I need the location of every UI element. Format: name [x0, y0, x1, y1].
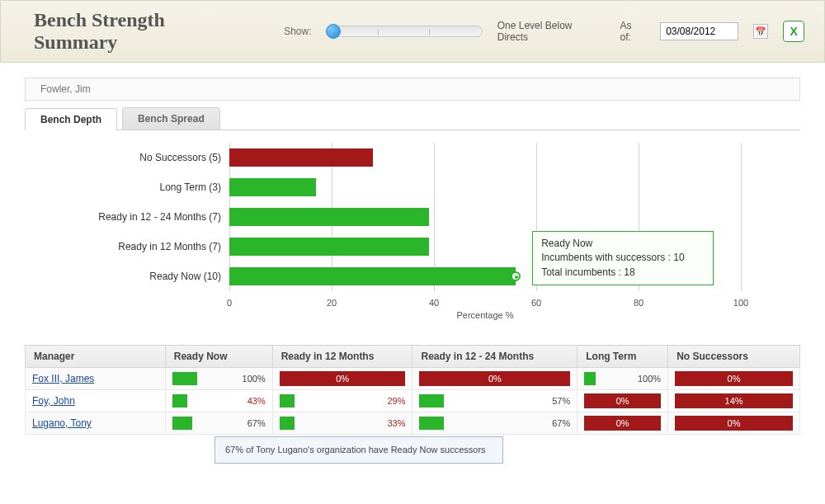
percent-label: 100% [633, 374, 661, 384]
mini-bar [280, 417, 295, 430]
manager-link[interactable]: Lugano, Tony [32, 417, 92, 429]
chart-category-label: Ready Now (10) [25, 271, 229, 282]
mini-bar [419, 417, 444, 430]
chart-category-label: Ready in 12 - 24 Months (7) [25, 211, 229, 223]
percent-label: 33% [377, 418, 405, 428]
percent-label: 67% [238, 418, 266, 428]
table-header[interactable]: Ready Now [165, 346, 272, 368]
asof-date-input[interactable] [660, 22, 738, 40]
chart-track [229, 148, 741, 167]
tooltip-line: Incumbents with successors : 10 [541, 251, 705, 265]
manager-link[interactable]: Fox III, James [32, 373, 94, 384]
status-block: 0% [584, 393, 661, 408]
chart-bar[interactable] [229, 238, 429, 256]
percent-label: 57% [542, 396, 570, 406]
export-excel-icon[interactable]: X [783, 21, 804, 42]
tab-bar: Bench Depth Bench Spread [25, 107, 800, 130]
table-cell: 29% [272, 390, 412, 412]
mini-bar [172, 417, 192, 430]
percent-label: 67% [542, 418, 570, 428]
level-slider[interactable] [327, 26, 483, 37]
table-row: Fox III, James100%0%0%100%0% [26, 368, 800, 390]
show-label: Show: [284, 26, 311, 37]
chart-row: Ready in 12 - 24 Months (7) [25, 202, 800, 232]
table-cell: 0% [272, 368, 412, 390]
asof-label: As of: [620, 20, 646, 43]
chart-category-label: Long Term (3) [25, 181, 229, 193]
table-row: Foy, John43%29%57%0%14% [26, 390, 800, 412]
status-block: 0% [675, 416, 793, 431]
chart-bar[interactable] [229, 267, 516, 285]
chart-marker-icon [511, 271, 521, 281]
table-cell: 43% [165, 390, 272, 412]
table-row: Lugano, Tony67%33%67%0%0% [26, 412, 800, 435]
table-cell: 0% [578, 412, 668, 435]
slider-thumb[interactable] [326, 24, 341, 39]
table-header[interactable]: Manager [26, 346, 166, 368]
mini-bar [280, 394, 295, 407]
tooltip-title: Ready Now [541, 237, 705, 251]
axis-tick: 20 [315, 298, 348, 308]
status-block: 0% [675, 371, 793, 386]
mini-bar [584, 372, 596, 385]
table-header[interactable]: Ready in 12 - 24 Months [412, 346, 578, 368]
header-bar: Bench Strength Summary Show: One Level B… [0, 0, 825, 63]
manager-link[interactable]: Foy, John [32, 395, 75, 407]
axis-tick: 0 [213, 298, 246, 308]
chart-tooltip: Ready Now Incumbents with successors : 1… [532, 231, 714, 285]
status-block: 0% [419, 371, 570, 386]
table-cell: 33% [272, 412, 412, 435]
table-cell: 67% [165, 412, 272, 435]
table-header[interactable]: Ready in 12 Months [272, 346, 412, 368]
table-cell: 0% [668, 368, 800, 390]
calendar-icon[interactable]: 📅 [753, 24, 768, 39]
tab-bench-spread[interactable]: Bench Spread [122, 107, 220, 130]
chart-bar[interactable] [229, 208, 429, 226]
axis-tick: 80 [622, 298, 655, 308]
manager-table: ManagerReady NowReady in 12 MonthsReady … [25, 345, 800, 435]
tooltip-line: Total incumbents : 18 [541, 266, 705, 280]
axis-tick: 100 [724, 298, 757, 308]
mini-bar [419, 394, 444, 407]
table-header[interactable]: No Successors [668, 346, 800, 368]
table-cell: 0% [412, 368, 578, 390]
chart-bar[interactable] [229, 178, 316, 196]
table-cell: 67% [412, 412, 578, 435]
table-cell: 0% [668, 412, 800, 435]
status-block: 0% [584, 416, 661, 431]
axis-tick: 60 [520, 298, 553, 308]
table-cell: 0% [578, 390, 668, 412]
chart-x-label: Percentage % [229, 310, 741, 320]
percent-label: 43% [238, 396, 266, 406]
chart-bar[interactable] [229, 148, 373, 167]
status-block: 0% [280, 371, 406, 386]
chart-track [229, 178, 741, 196]
chart-category-label: Ready in 12 Months (7) [25, 241, 229, 252]
mini-bar [172, 394, 187, 407]
percent-label: 100% [238, 374, 266, 384]
tab-bench-depth[interactable]: Bench Depth [25, 108, 117, 130]
table-cell: 100% [165, 368, 272, 390]
page-title: Bench Strength Summary [34, 9, 252, 54]
chart-category-label: No Successors (5) [25, 152, 229, 163]
table-cell: 57% [412, 390, 578, 412]
status-block: 14% [675, 393, 793, 408]
chart-track [229, 208, 741, 226]
chart-row: Long Term (3) [25, 172, 800, 202]
breadcrumb[interactable]: Fowler, Jim [25, 78, 800, 101]
axis-tick: 40 [417, 298, 450, 308]
table-cell: 100% [578, 368, 668, 390]
table-cell: 14% [668, 390, 800, 412]
bench-depth-chart: 020406080100 No Successors (5)Long Term … [25, 130, 800, 320]
percent-label: 29% [377, 396, 405, 406]
chart-row: No Successors (5) [25, 143, 800, 172]
table-tooltip: 67% of Tony Lugano's organization have R… [214, 436, 503, 464]
table-header[interactable]: Long Term [578, 346, 668, 368]
level-label: One Level Below Directs [497, 20, 606, 43]
mini-bar [172, 372, 197, 385]
